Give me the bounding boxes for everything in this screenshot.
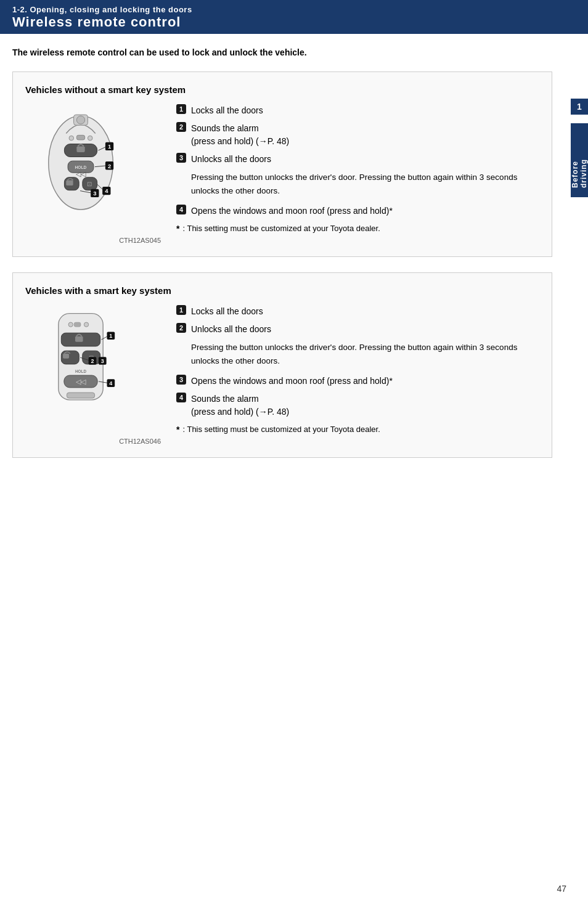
- section2-item1-text: Locks all the doors: [191, 305, 263, 318]
- section2-items: 1 Locks all the doors 2 Unlocks all the …: [176, 305, 539, 445]
- section2-item1: 1 Locks all the doors: [176, 305, 539, 318]
- svg-text:3: 3: [101, 358, 104, 364]
- section2-item3-text: Opens the windows and moon roof (press a…: [191, 375, 393, 388]
- remote2-svg: ⊡ HOLD ◁◁ 1: [25, 305, 136, 422]
- section2-box: Vehicles with a smart key system: [12, 272, 552, 458]
- page-number: 47: [557, 884, 566, 894]
- section1-item3-text: Unlocks all the doors: [191, 153, 271, 166]
- svg-rect-12: [66, 181, 73, 186]
- section2-image-col: ⊡ HOLD ◁◁ 1: [25, 305, 161, 445]
- remote1-container: HOLD ◁◁ ⊡: [25, 104, 149, 234]
- section1-layout: HOLD ◁◁ ⊡: [25, 104, 539, 244]
- section2-item2-detail: Pressing the button unlocks the driver's…: [191, 341, 539, 367]
- svg-text:2: 2: [108, 163, 111, 169]
- side-tab-label: Before driving: [571, 123, 588, 197]
- section1-items: 1 Locks all the doors 2 Sounds the alarm…: [176, 104, 539, 244]
- section2-asterisk: * : This setting must be customized at y…: [176, 423, 539, 436]
- section1-caption: CTH12AS045: [25, 237, 161, 244]
- section2-item4: 4 Sounds the alarm(press and hold) (→P. …: [176, 393, 539, 418]
- section1-item3-detail: Pressing the button unlocks the driver's…: [191, 171, 539, 197]
- section1-heading: Vehicles without a smart key system: [25, 84, 539, 95]
- svg-text:1: 1: [109, 333, 112, 339]
- svg-rect-4: [76, 135, 84, 140]
- section1-asterisk-text: : This setting must be customized at you…: [182, 222, 380, 235]
- section2-item3: 3 Opens the windows and moon roof (press…: [176, 375, 539, 388]
- svg-text:1: 1: [108, 143, 112, 150]
- badge-4-s2: 4: [176, 393, 186, 402]
- svg-text:⊡: ⊡: [87, 181, 92, 187]
- section2-item4-text: Sounds the alarm(press and hold) (→P. 48…: [191, 393, 289, 418]
- svg-rect-40: [67, 393, 94, 398]
- header-subtitle: 1-2. Opening, closing and locking the do…: [12, 5, 576, 14]
- section1-item4: 4 Opens the windows and moon roof (press…: [176, 205, 539, 218]
- svg-point-28: [68, 322, 73, 327]
- svg-text:◁◁: ◁◁: [76, 378, 86, 385]
- svg-rect-34: [63, 354, 69, 359]
- section1-item3-detail-text: Pressing the button unlocks the driver's…: [191, 171, 539, 197]
- badge-4-s1: 4: [176, 205, 186, 214]
- svg-point-3: [69, 136, 74, 141]
- asterisk-icon-s1: *: [176, 222, 179, 235]
- badge-1-s1: 1: [176, 104, 186, 114]
- section2-layout: ⊡ HOLD ◁◁ 1: [25, 305, 539, 445]
- asterisk-icon-s2: *: [176, 423, 179, 436]
- section2-item2-detail-text: Pressing the button unlocks the driver's…: [191, 341, 539, 367]
- main-content: The wireless remote control can be used …: [0, 34, 571, 486]
- svg-rect-29: [74, 322, 81, 327]
- svg-rect-7: [76, 146, 84, 152]
- svg-text:4: 4: [109, 380, 112, 386]
- page-header: 1-2. Opening, closing and locking the do…: [0, 0, 588, 34]
- section-number: 1: [571, 99, 588, 115]
- section1-image-col: HOLD ◁◁ ⊡: [25, 104, 161, 244]
- badge-2-s1: 2: [176, 122, 186, 132]
- svg-text:4: 4: [105, 187, 108, 194]
- header-title: Wireless remote control: [12, 14, 576, 30]
- svg-text:HOLD: HOLD: [75, 369, 86, 373]
- svg-text:HOLD: HOLD: [75, 165, 87, 169]
- badge-1-s2: 1: [176, 305, 186, 315]
- section1-item4-text: Opens the windows and moon roof (press a…: [191, 205, 393, 218]
- svg-text:2: 2: [91, 358, 94, 364]
- section2-asterisk-text: : This setting must be customized at you…: [182, 423, 380, 436]
- badge-3-s2: 3: [176, 375, 186, 385]
- badge-3-s1: 3: [176, 153, 186, 163]
- section2-item2-text: Unlocks all the doors: [191, 323, 271, 336]
- remote2-container: ⊡ HOLD ◁◁ 1: [25, 305, 149, 434]
- section2-item2: 2 Unlocks all the doors: [176, 323, 539, 336]
- section1-asterisk: * : This setting must be customized at y…: [176, 222, 539, 235]
- section1-item2-text: Sounds the alarm(press and hold) (→P. 48…: [191, 122, 289, 148]
- section1-item1: 1 Locks all the doors: [176, 104, 539, 117]
- section2-caption: CTH12AS046: [25, 438, 161, 445]
- badge-2-s2: 2: [176, 323, 186, 333]
- section1-item1-text: Locks all the doors: [191, 104, 263, 117]
- section1-item2: 2 Sounds the alarm(press and hold) (→P. …: [176, 122, 539, 148]
- svg-point-5: [88, 136, 92, 141]
- svg-text:◁◁: ◁◁: [76, 170, 86, 177]
- remote1-svg: HOLD ◁◁ ⊡: [25, 104, 136, 221]
- svg-point-30: [84, 322, 88, 327]
- intro-text: The wireless remote control can be used …: [12, 46, 552, 59]
- svg-text:3: 3: [93, 190, 96, 197]
- section2-heading: Vehicles with a smart key system: [25, 285, 539, 296]
- svg-point-2: [76, 116, 84, 124]
- section1-item3: 3 Unlocks all the doors: [176, 153, 539, 166]
- svg-rect-32: [75, 336, 83, 342]
- section1-box: Vehicles without a smart key system: [12, 71, 552, 257]
